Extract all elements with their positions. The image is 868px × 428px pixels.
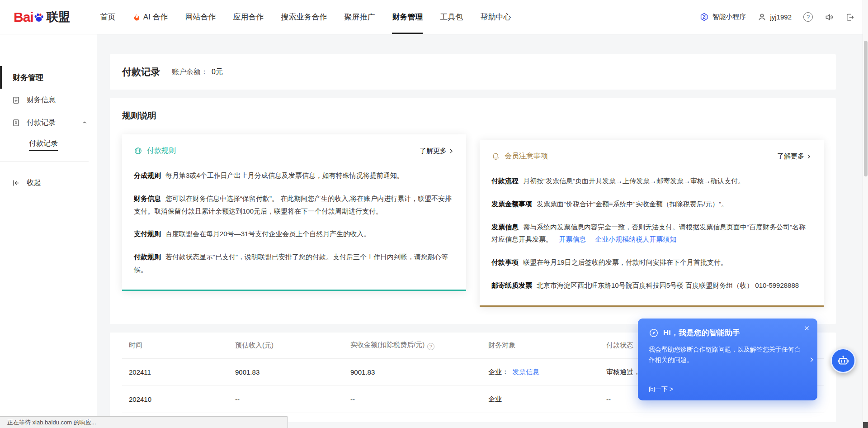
nav-item-search-business[interactable]: 搜索业务合作	[281, 0, 327, 34]
nav-item-help-center[interactable]: 帮助中心	[480, 0, 511, 34]
column-header-estimated-income: 预估收入(元)	[228, 341, 344, 350]
assistant-popup: Hi，我是您的智能助手 我会帮助您诊断合作链路问题，以及解答您关于任何合作相关的…	[638, 319, 817, 400]
topbar-right-cluster: 智能小程序 jyj1992 ?	[700, 12, 854, 22]
nav-item-toolkit[interactable]: 工具包	[440, 0, 463, 34]
collapse-label: 收起	[27, 178, 41, 188]
rule-item-label: 分成规则	[134, 171, 161, 179]
page-header-card: 付款记录 账户余额： 0元	[110, 54, 836, 90]
rule-item-text: 您可以在财务信息中选择“保留付款”。 在此期间您产生的收入,将在账户内进行累计，…	[134, 195, 452, 215]
compass-icon	[649, 328, 659, 338]
rules-section-card: 规则说明 付款规则 了解更多 分成规则每月第3或4个工作日产出上月分成信息及发票…	[110, 98, 836, 324]
nav-item-juping-promotion[interactable]: 聚屏推广	[344, 0, 375, 34]
info-tooltip-icon[interactable]: ?	[427, 343, 434, 350]
cell-estimated-income: --	[228, 395, 344, 403]
sidebar-subitem-payment-records[interactable]: 付款记录	[0, 134, 97, 156]
rule-item-label: 财务信息	[134, 195, 161, 202]
nav-label: 聚屏推广	[344, 12, 375, 22]
sidebar-section-label: 财务管理	[13, 72, 43, 83]
cell-time: 202410	[122, 395, 228, 403]
member-notes-more-link[interactable]: 了解更多	[777, 152, 812, 161]
payment-rules-card: 付款规则 了解更多 分成规则每月第3或4个工作日产出上月分成信息及发票信息，如有…	[122, 134, 466, 291]
rule-item-label: 邮寄纸质发票	[491, 281, 532, 289]
more-label: 了解更多	[420, 147, 447, 155]
scrollbar-thumb[interactable]	[864, 41, 868, 176]
sound-icon[interactable]	[825, 13, 834, 22]
nav-item-ai-cooperation[interactable]: AI 合作	[133, 0, 168, 34]
rule-item: 付款流程月初按“发票信息”页面开具发票→上传发票→邮寄发票→审核→确认支付。	[491, 175, 812, 187]
member-notes-header: 会员注意事项 了解更多	[491, 152, 812, 161]
ask-now-link[interactable]: 问一下 >	[649, 385, 673, 394]
rule-item: 分成规则每月第3或4个工作日产出上月分成信息及发票信息，如有特殊情况将提前通知。	[134, 169, 454, 182]
close-icon[interactable]	[803, 325, 810, 332]
globe-icon	[134, 147, 142, 155]
sidebar-divider	[0, 161, 89, 162]
help-icon[interactable]: ?	[803, 12, 813, 22]
paw-icon	[33, 12, 44, 23]
payment-rules-title: 付款规则	[147, 146, 176, 156]
scrollbar	[863, 0, 868, 428]
status-text: 正在等待 xlab.baidu.com 的响应...	[7, 418, 96, 427]
nav-label: 财务管理	[392, 12, 423, 22]
rule-item-label: 发票信息	[491, 223, 519, 231]
cell-actual-amount: --	[344, 395, 481, 403]
column-header-finance-target: 财务对象	[481, 341, 599, 350]
sidebar-section-finance-management[interactable]: 财务管理	[0, 66, 97, 89]
logout-icon[interactable]	[845, 13, 854, 22]
cell-time: 202411	[122, 368, 228, 376]
rule-item-label: 付款规则	[134, 253, 161, 261]
cell-finance-target: 企业：发票信息	[481, 368, 599, 376]
scrollbar-corner	[863, 422, 868, 428]
chevron-up-icon	[81, 119, 88, 126]
bell-icon	[491, 152, 500, 161]
rule-item: 财务信息您可以在财务信息中选择“保留付款”。 在此期间您产生的收入,将在账户内进…	[134, 192, 454, 218]
nav-label: 应用合作	[233, 12, 264, 22]
receipt-icon	[12, 119, 20, 127]
assistant-robot-button[interactable]	[830, 348, 856, 373]
username-label: jyj1992	[770, 13, 792, 21]
smart-program-label: 智能小程序	[712, 13, 746, 21]
page-title: 付款记录	[122, 66, 160, 78]
column-header-label: 实收金额(扣除税费后/元)	[350, 341, 425, 348]
rule-item: 支付规则百度联盟会在每月20号—31号支付企业会员上个自然月产生的收入。	[134, 228, 454, 240]
finance-target-label: 企业	[488, 395, 502, 403]
member-notes-title: 会员注意事项	[505, 152, 548, 161]
rule-item-label: 发票金额事项	[491, 200, 532, 208]
user-account[interactable]: jyj1992	[758, 13, 792, 21]
nav-item-website-cooperation[interactable]: 网站合作	[185, 0, 216, 34]
sidebar-collapse-button[interactable]: 收起	[0, 172, 97, 194]
primary-nav: 首页 AI 合作 网站合作 应用合作 搜索业务合作 聚屏推广 财务管理 工具包 …	[92, 0, 520, 34]
nav-item-home[interactable]: 首页	[100, 0, 116, 34]
rule-item: 邮寄纸质发票北京市海淀区西北旺东路10号院百度科技园5号楼 百度联盟财务组（收）…	[491, 279, 812, 292]
invoice-info-link[interactable]: 开票信息	[559, 235, 586, 243]
nav-item-app-cooperation[interactable]: 应用合作	[233, 0, 264, 34]
nav-label: 搜索业务合作	[281, 12, 327, 22]
nav-label: 首页	[100, 12, 116, 22]
assistant-header: Hi，我是您的智能助手	[649, 328, 807, 338]
logo-text-union: 联盟	[47, 9, 70, 25]
sidebar-item-label: 财务信息	[27, 95, 56, 105]
smart-program-link[interactable]: 智能小程序	[700, 13, 746, 21]
top-navigation-bar: Bai 联盟 首页 AI 合作 网站合作 应用合作 搜索业务合作 聚屏推广 财务…	[0, 0, 868, 34]
sidebar-item-finance-info[interactable]: 财务信息	[0, 89, 97, 111]
rule-item: 发票金额事项发票票面“价税合计”金额=系统中“实收金额（扣除税费后/元）”。	[491, 198, 812, 210]
payment-rules-header: 付款规则 了解更多	[134, 146, 454, 156]
rule-item-text: 北京市海淀区西北旺东路10号院百度科技园5号楼 百度联盟财务组（收） 010-5…	[537, 281, 799, 289]
robot-icon	[836, 354, 850, 367]
cell-finance-target: 企业	[481, 395, 599, 404]
small-taxpayer-invoice-guide-link[interactable]: 企业小规模纳税人开票须知	[595, 235, 676, 243]
column-header-actual-amount: 实收金额(扣除税费后/元)?	[344, 341, 481, 350]
cell-actual-amount: 9001.83	[344, 368, 481, 376]
invoice-info-row-link[interactable]: 发票信息	[512, 368, 539, 376]
nav-item-finance-management[interactable]: 财务管理	[392, 0, 423, 34]
sidebar-subitem-label: 付款记录	[29, 139, 58, 151]
baidu-union-logo[interactable]: Bai 联盟	[14, 9, 70, 25]
cell-estimated-income: 9001.83	[228, 368, 344, 376]
assistant-expand-chevron[interactable]	[808, 356, 815, 363]
payment-rules-more-link[interactable]: 了解更多	[420, 147, 454, 155]
collapse-icon	[12, 179, 20, 187]
rule-item-label: 付款流程	[491, 177, 519, 185]
user-icon	[758, 13, 766, 21]
rules-section-title: 规则说明	[122, 110, 824, 122]
assistant-message: 我会帮助您诊断合作链路问题，以及解答您关于任何合作相关的问题。	[649, 344, 807, 365]
sidebar-item-payment-records[interactable]: 付款记录	[0, 111, 97, 134]
